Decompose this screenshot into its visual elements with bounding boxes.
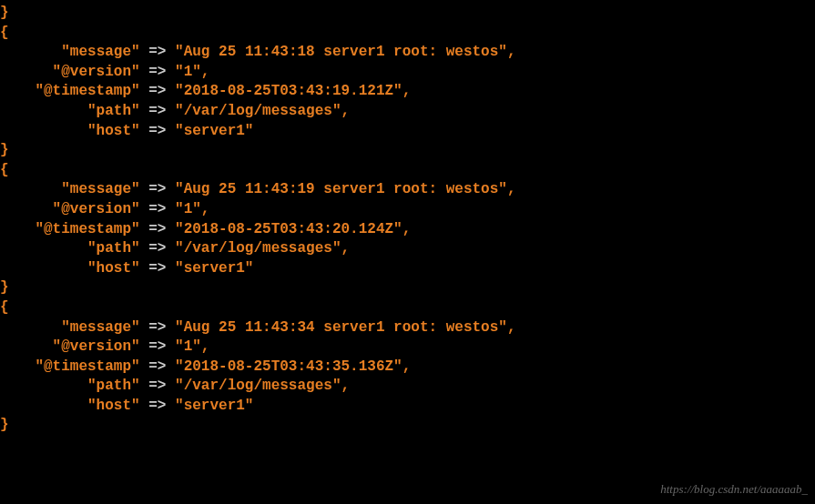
value-host: "server1" <box>175 123 253 139</box>
arrow-icon: => <box>148 358 166 375</box>
arrow-icon: => <box>148 260 166 277</box>
open-brace: { <box>0 299 9 316</box>
log-row: "path" => "/var/log/messages", <box>0 102 815 122</box>
arrow-icon: => <box>148 181 166 197</box>
arrow-icon: => <box>148 44 166 60</box>
log-row: "host" => "server1" <box>0 122 815 142</box>
arrow-icon: => <box>148 221 166 237</box>
value-version: "1" <box>175 64 201 80</box>
arrow-icon: => <box>148 123 166 139</box>
log-row: "@timestamp" => "2018-08-25T03:43:35.136… <box>0 358 815 378</box>
log-row: "path" => "/var/log/messages", <box>0 239 815 259</box>
key-path: "path" <box>87 378 140 394</box>
value-timestamp: "2018-08-25T03:43:35.136Z" <box>175 358 402 375</box>
key-host: "host" <box>87 398 140 414</box>
key-host: "host" <box>87 123 140 139</box>
log-row: "@version" => "1", <box>0 63 815 83</box>
key-timestamp: "@timestamp" <box>35 221 139 237</box>
log-row: "host" => "server1" <box>0 259 815 279</box>
arrow-icon: => <box>148 83 166 99</box>
arrow-icon: => <box>148 240 166 257</box>
key-version: "@version" <box>53 64 140 80</box>
value-timestamp: "2018-08-25T03:43:19.121Z" <box>175 83 402 99</box>
value-version: "1" <box>175 338 201 355</box>
arrow-icon: => <box>148 378 166 394</box>
log-row: "@timestamp" => "2018-08-25T03:43:20.124… <box>0 220 815 240</box>
key-timestamp: "@timestamp" <box>35 83 139 99</box>
value-path: "/var/log/messages" <box>175 103 341 119</box>
arrow-icon: => <box>148 319 166 336</box>
key-host: "host" <box>87 260 140 277</box>
close-brace: } <box>0 279 9 296</box>
key-path: "path" <box>87 240 140 257</box>
value-message: "Aug 25 11:43:19 server1 root: westos" <box>175 181 507 197</box>
key-version: "@version" <box>53 201 140 217</box>
log-row: "path" => "/var/log/messages", <box>0 377 815 397</box>
terminal-output: } { "message" => "Aug 25 11:43:18 server… <box>0 4 815 436</box>
value-path: "/var/log/messages" <box>175 378 341 394</box>
value-version: "1" <box>175 201 201 217</box>
open-brace: { <box>0 25 9 41</box>
key-message: "message" <box>61 181 139 197</box>
log-row: "message" => "Aug 25 11:43:34 server1 ro… <box>0 318 815 338</box>
log-row: "@timestamp" => "2018-08-25T03:43:19.121… <box>0 82 815 102</box>
arrow-icon: => <box>148 103 166 119</box>
arrow-icon: => <box>148 398 166 414</box>
log-row: "host" => "server1" <box>0 397 815 417</box>
value-message: "Aug 25 11:43:34 server1 root: westos" <box>175 319 507 336</box>
close-brace: } <box>0 417 9 433</box>
log-row: "@version" => "1", <box>0 338 815 358</box>
value-timestamp: "2018-08-25T03:43:20.124Z" <box>175 221 402 237</box>
value-message: "Aug 25 11:43:18 server1 root: westos" <box>175 44 507 60</box>
value-host: "server1" <box>175 398 253 414</box>
log-row: "message" => "Aug 25 11:43:18 server1 ro… <box>0 43 815 63</box>
key-path: "path" <box>87 103 140 119</box>
key-message: "message" <box>61 319 139 336</box>
arrow-icon: => <box>148 201 166 217</box>
log-row: "@version" => "1", <box>0 200 815 220</box>
value-path: "/var/log/messages" <box>175 240 341 257</box>
open-brace: { <box>0 162 9 178</box>
watermark-text: https://blog.csdn.net/aaaaaab_ <box>660 482 808 497</box>
close-brace: } <box>0 5 9 21</box>
key-message: "message" <box>61 44 139 60</box>
key-version: "@version" <box>53 338 140 355</box>
arrow-icon: => <box>148 64 166 80</box>
close-brace: } <box>0 142 9 158</box>
log-row: "message" => "Aug 25 11:43:19 server1 ro… <box>0 180 815 200</box>
key-timestamp: "@timestamp" <box>35 358 139 375</box>
arrow-icon: => <box>148 338 166 355</box>
value-host: "server1" <box>175 260 253 277</box>
